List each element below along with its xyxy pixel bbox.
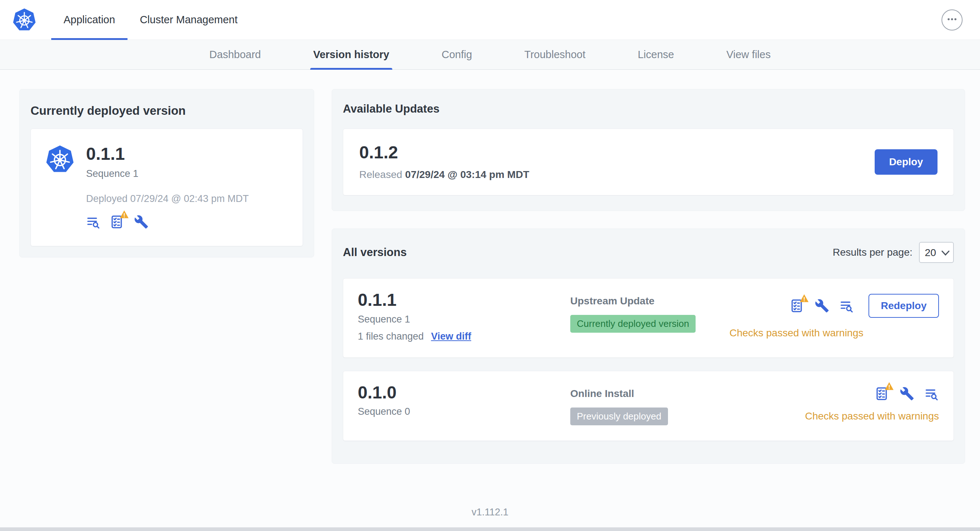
tab-version-history-label: Version history bbox=[313, 49, 390, 60]
warning-triangle-icon bbox=[799, 294, 809, 302]
release-notes-icon[interactable] bbox=[86, 215, 100, 229]
version-row-left: 0.1.0 Sequence 0 bbox=[358, 383, 570, 425]
footer: v1.112.1 bbox=[0, 496, 980, 527]
deployed-date: Deployed 07/29/24 @ 02:43 pm MDT bbox=[86, 193, 249, 205]
deployed-version-card: 0.1.1 Sequence 1 Deployed 07/29/24 @ 02:… bbox=[30, 129, 303, 246]
tab-config[interactable]: Config bbox=[439, 40, 475, 69]
checks-status[interactable]: Checks passed with warnings bbox=[805, 410, 939, 422]
all-versions-header: All versions Results per page: 20 bbox=[343, 242, 954, 263]
version-row-middle: Online Install Previously deployed bbox=[570, 383, 805, 425]
update-info: 0.1.2 Released07/29/24 @ 03:14 pm MDT bbox=[359, 143, 529, 181]
row-version-number: 0.1.1 bbox=[358, 291, 570, 309]
sub-nav: Dashboard Version history Config Trouble… bbox=[0, 40, 980, 70]
config-icon[interactable] bbox=[900, 386, 914, 401]
available-updates-title: Available Updates bbox=[343, 102, 954, 116]
version-row-0-1-1: 0.1.1 Sequence 1 1 files changed View di… bbox=[343, 278, 954, 358]
tab-license-label: License bbox=[638, 49, 674, 60]
tab-license[interactable]: License bbox=[635, 40, 677, 69]
all-versions-title: All versions bbox=[343, 246, 407, 259]
results-per-page-select-wrap: 20 bbox=[919, 242, 954, 263]
tab-config-label: Config bbox=[442, 49, 472, 60]
window-bottom-strip bbox=[0, 527, 980, 531]
more-menu-button[interactable] bbox=[942, 10, 963, 30]
kubernetes-logo-icon bbox=[12, 8, 36, 32]
right-column: Available Updates 0.1.2 Released07/29/24… bbox=[332, 89, 965, 464]
checks-status[interactable]: Checks passed with warnings bbox=[729, 327, 864, 339]
tab-view-files[interactable]: View files bbox=[724, 40, 774, 69]
tab-troubleshoot-label: Troubleshoot bbox=[525, 49, 585, 60]
currently-deployed-badge: Currently deployed version bbox=[570, 315, 695, 333]
config-icon[interactable] bbox=[134, 215, 149, 229]
available-updates-panel: Available Updates 0.1.2 Released07/29/24… bbox=[332, 89, 965, 211]
released-prefix: Released bbox=[359, 169, 402, 180]
row-sequence: Sequence 1 bbox=[358, 314, 570, 325]
release-notes-icon[interactable] bbox=[924, 386, 939, 401]
previously-deployed-badge: Previously deployed bbox=[570, 407, 668, 425]
top-nav: Application Cluster Management bbox=[0, 0, 980, 40]
all-versions-panel: All versions Results per page: 20 bbox=[332, 229, 965, 463]
version-source: Online Install bbox=[570, 388, 805, 399]
tab-cluster-management[interactable]: Cluster Management bbox=[127, 0, 250, 40]
results-per-page: Results per page: 20 bbox=[833, 242, 954, 263]
preflight-checks-icon[interactable] bbox=[790, 299, 805, 313]
deployed-icon-row bbox=[86, 215, 249, 229]
version-row-action-icons bbox=[875, 386, 939, 401]
warning-triangle-icon bbox=[119, 210, 129, 219]
console-version: v1.112.1 bbox=[471, 507, 509, 518]
row-sequence: Sequence 0 bbox=[358, 406, 570, 417]
deploy-button[interactable]: Deploy bbox=[875, 149, 937, 175]
tab-version-history[interactable]: Version history bbox=[310, 40, 392, 69]
preflight-checks-icon[interactable] bbox=[875, 386, 889, 401]
released-date: 07/29/24 @ 03:14 pm MDT bbox=[405, 169, 529, 180]
tab-application-label: Application bbox=[64, 14, 115, 26]
tab-troubleshoot[interactable]: Troubleshoot bbox=[522, 40, 589, 69]
results-per-page-label: Results per page: bbox=[833, 246, 912, 258]
tab-dashboard-label: Dashboard bbox=[209, 49, 261, 60]
version-rows: 0.1.1 Sequence 1 1 files changed View di… bbox=[343, 278, 954, 440]
warning-triangle-icon bbox=[885, 382, 894, 390]
row-version-number: 0.1.0 bbox=[358, 383, 570, 402]
tab-cluster-management-label: Cluster Management bbox=[140, 14, 237, 26]
tab-view-files-label: View files bbox=[727, 49, 771, 60]
app-level-tabs: Application Cluster Management bbox=[51, 0, 250, 40]
main-content: Currently deployed version bbox=[0, 70, 980, 496]
release-notes-icon[interactable] bbox=[839, 299, 854, 313]
deployed-version-number: 0.1.1 bbox=[86, 145, 249, 163]
deployed-version-info: 0.1.1 Sequence 1 Deployed 07/29/24 @ 02:… bbox=[86, 145, 249, 229]
view-diff-link[interactable]: View diff bbox=[431, 331, 471, 342]
version-row-0-1-0: 0.1.0 Sequence 0 Online Install Previous… bbox=[343, 371, 954, 441]
update-version-number: 0.1.2 bbox=[359, 143, 529, 162]
version-row-middle: Upstream Update Currently deployed versi… bbox=[570, 291, 729, 342]
version-source: Upstream Update bbox=[570, 295, 729, 307]
app-icon bbox=[45, 145, 75, 174]
version-row-left: 0.1.1 Sequence 1 1 files changed View di… bbox=[358, 291, 570, 342]
version-row-action-icons: Redeploy bbox=[790, 294, 939, 318]
ellipsis-icon bbox=[946, 13, 958, 26]
tab-application[interactable]: Application bbox=[51, 0, 127, 40]
files-changed-line: 1 files changed View diff bbox=[358, 331, 570, 342]
deployed-sequence: Sequence 1 bbox=[86, 168, 249, 180]
current-version-panel: Currently deployed version bbox=[19, 89, 314, 258]
update-released-line: Released07/29/24 @ 03:14 pm MDT bbox=[359, 169, 529, 181]
config-icon[interactable] bbox=[815, 299, 829, 313]
preflight-checks-icon[interactable] bbox=[110, 215, 124, 229]
files-changed-text: 1 files changed bbox=[358, 331, 424, 342]
version-row-actions: Checks passed with warnings bbox=[805, 383, 939, 425]
tab-dashboard[interactable]: Dashboard bbox=[206, 40, 264, 69]
results-per-page-select[interactable]: 20 bbox=[919, 242, 954, 263]
version-row-actions: Redeploy Checks passed with warnings bbox=[729, 291, 939, 342]
redeploy-button[interactable]: Redeploy bbox=[869, 294, 939, 318]
current-version-title: Currently deployed version bbox=[30, 104, 303, 118]
update-card: 0.1.2 Released07/29/24 @ 03:14 pm MDT De… bbox=[343, 129, 954, 196]
